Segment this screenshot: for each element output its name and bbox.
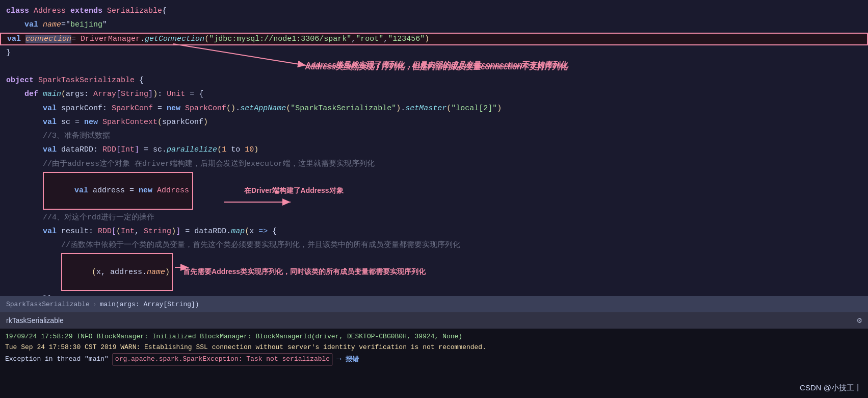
code-line-11: val dataRDD: RDD[Int] = sc.parallelize(1… <box>0 143 868 157</box>
class-name: Address <box>34 5 70 17</box>
code-line-6: object SparkTaskSerializable { <box>0 73 868 87</box>
code-line-4: } <box>0 46 868 60</box>
gear-icon[interactable]: ⚙ <box>857 315 862 326</box>
code-line-18: }} <box>0 292 868 296</box>
breadcrumb-item-2: main(args: Array[String]) <box>100 301 199 308</box>
code-line-12: //由于address这个对象 在driver端构建，后期会发送到executo… <box>0 157 868 171</box>
error-arrow: → <box>336 353 341 366</box>
breadcrumb-separator: › <box>93 301 97 308</box>
code-line-15: val result: RDD[(Int, String)] = dataRDD… <box>0 225 868 238</box>
code-line-2: val name="beijing" <box>0 18 868 32</box>
keyword-class: class <box>6 5 34 17</box>
serializable-name: Serializable <box>107 5 162 17</box>
keyword-extends: extends <box>70 5 107 17</box>
console-title: rkTaskSerializable <box>6 316 64 325</box>
baocuo-label: 报错 <box>346 354 359 365</box>
exception-message: org.apache.spark.SparkException: Task no… <box>113 354 332 365</box>
code-line-1: class Address extends Serializable{ <box>0 4 868 18</box>
breadcrumb: SparkTaskSerializable › main(args: Array… <box>6 301 199 308</box>
code-editor: class Address extends Serializable{ val … <box>0 0 868 296</box>
console-area: rkTaskSerializable ⚙ 19/09/24 17:58:29 I… <box>0 312 868 398</box>
code-line-16: //函数体中依赖于一个类的成员变量，首先这个类必须要要实现序列化，并且该类中的所… <box>0 238 868 252</box>
code-line-9: val sc = new SparkContext(sparkConf) <box>0 115 868 129</box>
code-line-10: //3、准备测试数据 <box>0 129 868 143</box>
code-line-3-highlight: val connection= DriverManager.getConnect… <box>0 33 868 45</box>
watermark: CSDN @小技工丨 <box>800 383 862 393</box>
console-content: 19/09/24 17:58:29 INFO BlockManager: Ini… <box>0 329 868 369</box>
console-line-2: Tue Sep 24 17:58:30 CST 2019 WARN: Estab… <box>5 342 863 353</box>
code-line-5 <box>0 60 868 73</box>
annotation-3: 首先需要Address类实现序列化，同时该类的所有成员变量都需要实现序列化 <box>183 266 426 278</box>
code-line-8: val sparkConf: SparkConf = new SparkConf… <box>0 102 868 115</box>
console-line-3: Exception in thread "main" org.apache.sp… <box>5 353 863 366</box>
exception-prefix: Exception in thread "main" <box>5 354 109 365</box>
annotation-2: 在Driver端构建了Address对象 <box>244 185 344 196</box>
status-bar: SparkTaskSerializable › main(args: Array… <box>0 296 868 312</box>
code-line-13: val address = new Address 在Driver端构建了Add… <box>0 171 868 211</box>
breadcrumb-item-1: SparkTaskSerializable <box>6 301 90 308</box>
code-line-14: //4、对这个rdd进行一定的操作 <box>0 211 868 225</box>
console-header: rkTaskSerializable ⚙ <box>0 312 868 329</box>
code-line-17: (x, address.name) 首先需要Address类实现序列化，同时该类… <box>0 252 868 292</box>
console-line-1: 19/09/24 17:58:29 INFO BlockManager: Ini… <box>5 332 863 342</box>
code-line-7: def main(args: Array[String]): Unit = { <box>0 87 868 101</box>
